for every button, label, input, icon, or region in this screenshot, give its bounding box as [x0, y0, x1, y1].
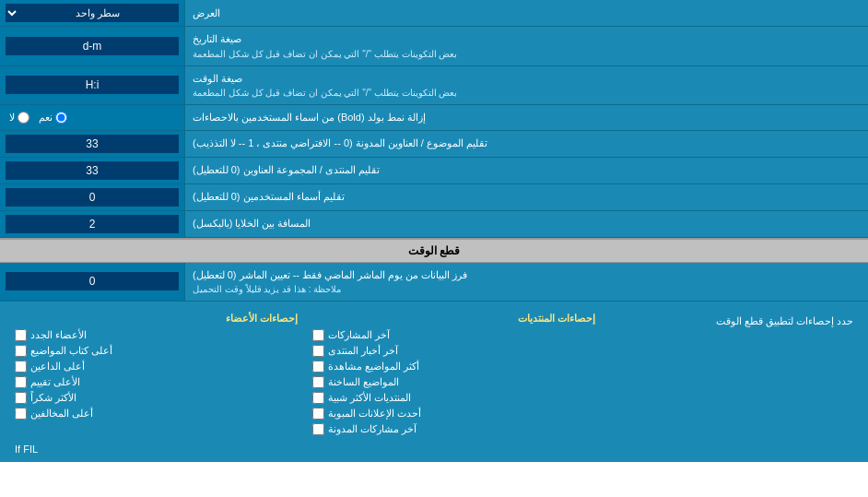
- checkbox-most-viewed-label: أكثر المواضيع مشاهدة: [328, 361, 419, 373]
- checkbox-forum-news-label: آخر أخبار المنتدى: [328, 345, 398, 357]
- checkbox-forum-news-input[interactable]: [312, 345, 324, 357]
- time-cut-section-header: قطع الوقت: [0, 238, 868, 263]
- bold-yes-radio[interactable]: [55, 112, 67, 124]
- if-fil-label: If FIL: [7, 441, 861, 457]
- time-format-sublabel: بعض التكوينات يتطلب "/" التي يمكن ان تضا…: [193, 86, 457, 100]
- display-mode-input-cell: سطر واحد سطران ثلاثة أسطر: [0, 0, 184, 26]
- checkbox-most-viewed-input[interactable]: [312, 361, 324, 373]
- checkbox-similar-forums-label: المنتديات الأكثر شبية: [328, 392, 411, 404]
- time-cut-note: ملاحظة : هذا قد يزيد قليلاً وقت التحميل: [193, 282, 341, 296]
- checkboxes-area: حدد إحصاءات لتطبيق قطع الوقت إحصاءات الم…: [0, 302, 868, 462]
- bold-no-label[interactable]: لا: [9, 112, 29, 124]
- checkbox-most-thanks-label: الأكثر شكراً: [30, 392, 76, 404]
- date-format-label: صيغة التاريخ بعض التكوينات يتطلب "/" الت…: [184, 27, 868, 65]
- checkbox-classifieds-label: أحدث الإعلانات المبوبة: [328, 408, 421, 420]
- time-format-label: صيغة الوقت بعض التكوينات يتطلب "/" التي …: [184, 66, 868, 105]
- checkbox-forum-news: آخر أخبار المنتدى: [312, 343, 595, 359]
- date-format-title: صيغة التاريخ: [193, 31, 241, 47]
- checkbox-top-violators-input[interactable]: [15, 408, 27, 420]
- time-format-input-cell: [0, 66, 184, 105]
- checkbox-new-members: الأعضاء الجدد: [15, 327, 298, 343]
- bold-yes-label[interactable]: نعم: [39, 112, 67, 124]
- bold-yes-text: نعم: [39, 112, 53, 124]
- username-trim-input-cell: [0, 184, 184, 210]
- checkbox-classifieds: أحدث الإعلانات المبوبة: [312, 406, 595, 421]
- forum-stats-title: إحصاءات المنتديات: [312, 310, 595, 327]
- checkbox-most-thanks: الأكثر شكراً: [15, 390, 298, 406]
- checkbox-latest-posts-label: آخر المشاركات: [328, 329, 390, 341]
- cell-space-input-cell: [0, 211, 184, 237]
- time-cut-title: فرز البيانات من يوم الماشر الماضي فقط --…: [193, 267, 467, 283]
- cell-space-row: المسافة بين الخلايا (بالبكسل): [0, 211, 868, 238]
- checkbox-blog-posts-label: آخر مشاركات المدونة: [328, 423, 416, 435]
- date-format-input-cell: [0, 27, 184, 65]
- checkbox-new-members-input[interactable]: [15, 329, 27, 341]
- checkbox-top-rated-input[interactable]: [15, 376, 27, 388]
- checkbox-blog-posts: آخر مشاركات المدونة: [312, 421, 595, 437]
- checkbox-classifieds-input[interactable]: [312, 408, 324, 420]
- username-trim-label: تقليم أسماء المستخدمين (0 للتعطيل): [184, 184, 868, 210]
- time-cut-input[interactable]: [6, 272, 179, 290]
- member-stats-group: إحصاءات الأعضاء الأعضاء الجدد أعلى كتاب …: [7, 306, 305, 441]
- checkbox-new-members-label: الأعضاء الجدد: [30, 329, 87, 341]
- checkboxes-layout: حدد إحصاءات لتطبيق قطع الوقت إحصاءات الم…: [7, 306, 861, 441]
- bold-no-radio[interactable]: [18, 112, 29, 124]
- bold-remove-row: إزالة نمط بولد (Bold) من اسماء المستخدمي…: [0, 105, 868, 131]
- date-format-sublabel: بعض التكوينات يتطلب "/" التي يمكن ان تضا…: [193, 47, 457, 61]
- time-format-row: صيغة الوقت بعض التكوينات يتطلب "/" التي …: [0, 66, 868, 106]
- forum-trim-input[interactable]: [6, 161, 179, 180]
- time-format-input[interactable]: [6, 76, 179, 94]
- title-trim-input-cell: [0, 131, 184, 157]
- bold-no-text: لا: [9, 112, 15, 124]
- checkbox-hot-topics-input[interactable]: [312, 376, 324, 388]
- checkbox-top-writers-input[interactable]: [15, 345, 27, 357]
- checkbox-top-inviters: أعلى الداعين: [15, 359, 298, 374]
- bold-remove-label: إزالة نمط بولد (Bold) من اسماء المستخدمي…: [184, 105, 868, 130]
- cell-space-label: المسافة بين الخلايا (بالبكسل): [184, 211, 868, 237]
- time-cut-label: فرز البيانات من يوم الماشر الماضي فقط --…: [184, 263, 868, 302]
- bold-remove-radio-cell: نعم لا: [0, 105, 184, 130]
- title-trim-input[interactable]: [6, 135, 179, 153]
- checkbox-top-violators-label: أعلى المخالفين: [30, 408, 93, 420]
- checkbox-top-violators: أعلى المخالفين: [15, 406, 298, 421]
- checkbox-top-rated: الأعلى تقييم: [15, 374, 298, 390]
- date-format-row: صيغة التاريخ بعض التكوينات يتطلب "/" الت…: [0, 27, 868, 66]
- forum-trim-row: تقليم المنتدى / المجموعة العناوين (0 للت…: [0, 158, 868, 184]
- title-trim-label: تقليم الموضوع / العناوين المدونة (0 -- ا…: [184, 131, 868, 157]
- forum-stats-group: إحصاءات المنتديات آخر المشاركات آخر أخبا…: [305, 306, 603, 441]
- checkbox-most-viewed: أكثر المواضيع مشاهدة: [312, 359, 595, 374]
- date-format-input[interactable]: [6, 37, 179, 55]
- display-mode-label: العرض: [184, 0, 868, 26]
- cell-space-input[interactable]: [6, 215, 179, 233]
- checkbox-latest-posts: آخر المشاركات: [312, 327, 595, 343]
- checkbox-top-writers-label: أعلى كتاب المواضيع: [30, 345, 112, 357]
- checkbox-top-rated-label: الأعلى تقييم: [30, 376, 80, 388]
- time-cut-section-title: قطع الوقت: [408, 244, 460, 257]
- checkbox-latest-posts-input[interactable]: [312, 329, 324, 341]
- checkbox-top-inviters-input[interactable]: [15, 361, 27, 373]
- limit-label: حدد إحصاءات لتطبيق قطع الوقت: [603, 306, 861, 441]
- time-cut-input-cell: [0, 263, 184, 302]
- member-stats-title: إحصاءات الأعضاء: [15, 310, 298, 327]
- time-cut-row: فرز البيانات من يوم الماشر الماضي فقط --…: [0, 263, 868, 302]
- checkbox-similar-forums: المنتديات الأكثر شبية: [312, 390, 595, 406]
- forum-trim-label: تقليم المنتدى / المجموعة العناوين (0 للت…: [184, 158, 868, 183]
- checkbox-blog-posts-input[interactable]: [312, 423, 324, 435]
- checkbox-top-writers: أعلى كتاب المواضيع: [15, 343, 298, 359]
- checkbox-most-thanks-input[interactable]: [15, 392, 27, 404]
- checkbox-hot-topics: المواضيع الساخنة: [312, 374, 595, 390]
- time-format-title: صيغة الوقت: [193, 71, 242, 87]
- checkbox-similar-forums-input[interactable]: [312, 392, 324, 404]
- checkbox-hot-topics-label: المواضيع الساخنة: [328, 376, 399, 388]
- title-trim-row: تقليم الموضوع / العناوين المدونة (0 -- ا…: [0, 131, 868, 158]
- checkbox-top-inviters-label: أعلى الداعين: [30, 361, 85, 373]
- username-trim-row: تقليم أسماء المستخدمين (0 للتعطيل): [0, 184, 868, 211]
- display-mode-select[interactable]: سطر واحد سطران ثلاثة أسطر: [6, 4, 179, 22]
- forum-trim-input-cell: [0, 158, 184, 183]
- display-mode-row: العرض سطر واحد سطران ثلاثة أسطر: [0, 0, 868, 27]
- username-trim-input[interactable]: [6, 188, 179, 207]
